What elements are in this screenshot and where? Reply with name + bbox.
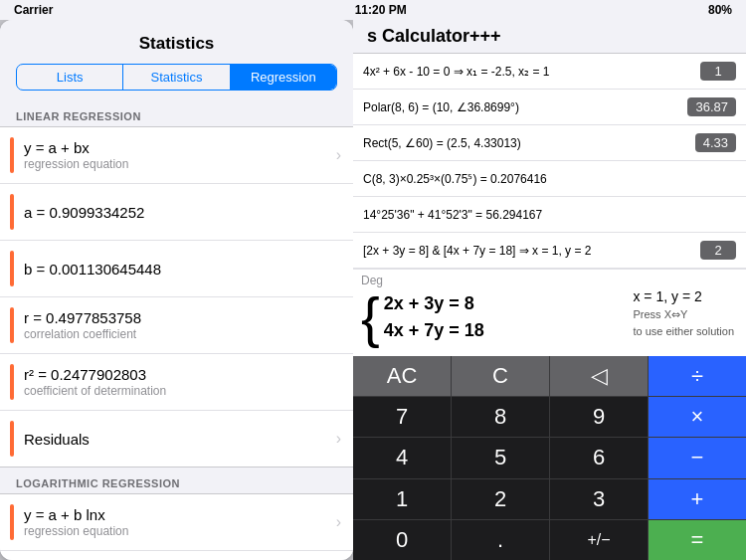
result-badge-1: 1 [700,62,736,81]
key-plusminus[interactable]: +/− [550,520,648,560]
system-eq2: 4x + 7y = 18 [384,320,484,341]
key-divide[interactable]: ÷ [649,356,746,396]
list-item-lr-b: b = 0.001130645448 [0,241,353,297]
key-3[interactable]: 3 [550,479,648,519]
lr-b-main: b = 0.001130645448 [24,261,341,278]
app-header: s Calculator+++ [353,20,746,54]
key-equals[interactable]: = [649,520,746,560]
section-label-linear: LINEAR REGRESSION [0,100,353,126]
result-row-2[interactable]: Polar(8, 6) = (10, ∠36.8699°) 36.87 [353,90,746,125]
system-display: Deg { 2x + 3y = 8 4x + 7y = 18 x = 1, y … [353,269,746,356]
key-0[interactable]: 0 [353,520,451,560]
orange-bar [10,194,14,230]
lr-equation-sub: regression equation [24,157,328,171]
key-dot[interactable]: . [452,520,549,560]
item-text: y = a + b lnx regression equation [24,506,328,538]
system-solution: x = 1, y = 2 [633,288,701,304]
brace-icon: { [361,289,380,345]
list-item-log-a: a = 0.3060390899 [0,551,353,560]
orange-bar [10,364,14,400]
lr-r2-sub: coefficient of determination [24,384,341,398]
calculator-panel: s Calculator+++ 4x² + 6x - 10 = 0 ⇒ x₁ =… [353,20,746,560]
result-expr-2: Polar(8, 6) = (10, ∠36.8699°) [363,100,687,114]
key-multiply[interactable]: × [649,397,746,437]
key-2[interactable]: 2 [452,479,549,519]
lr-r2-main: r² = 0.2477902803 [24,366,341,383]
system-eq1: 2x + 3y = 8 [384,293,484,314]
key-6[interactable]: 6 [550,438,648,477]
result-expr-6: [2x + 3y = 8] & [4x + 7y = 18] ⇒ x = 1, … [363,244,700,258]
result-row-6[interactable]: [2x + 3y = 8] & [4x + 7y = 18] ⇒ x = 1, … [353,233,746,269]
list-item-lr-a: a = 0.9099334252 [0,184,353,241]
result-row-4[interactable]: C(8, 3)×0.25³×(0.75⁵) = 0.2076416 [353,161,746,197]
chevron-icon: › [336,513,341,531]
deg-label: Deg [361,274,383,287]
linear-regression-group: y = a + bx regression equation › a = 0.9… [0,126,353,467]
chevron-icon: › [336,146,341,164]
item-text: Residuals [24,431,328,448]
key-backspace[interactable]: ◁ [550,356,648,396]
lr-equation-main: y = a + bx [24,139,328,156]
key-1[interactable]: 1 [353,479,451,519]
list-item-residuals[interactable]: Residuals › [0,411,353,467]
key-c[interactable]: C [452,356,549,396]
result-expr-3: Rect(5, ∠60) = (2.5, 4.33013) [363,136,695,150]
tab-statistics[interactable]: Statistics [123,65,230,90]
status-carrier: Carrier [14,3,53,17]
item-text: a = 0.9099334252 [24,204,341,221]
result-badge-3: 4.33 [695,133,736,152]
result-badge-6: 2 [700,241,736,260]
result-row-3[interactable]: Rect(5, ∠60) = (2.5, 4.33013) 4.33 [353,125,746,161]
lr-a-main: a = 0.9099334252 [24,204,341,221]
orange-bar [10,307,14,343]
tab-regression[interactable]: Regression [231,65,336,90]
item-text: b = 0.001130645448 [24,261,341,278]
key-7[interactable]: 7 [353,397,451,437]
system-hint: Press X⇔Y [633,308,687,321]
section-label-logarithmic: LOGARITHMIC REGRESSION [0,467,353,493]
key-5[interactable]: 5 [452,438,549,477]
key-4[interactable]: 4 [353,438,451,477]
orange-bar [10,251,14,286]
key-9[interactable]: 9 [550,397,648,437]
key-plus[interactable]: + [649,479,746,519]
orange-bar [10,137,14,173]
result-row-5[interactable]: 14°25'36" + 41°52'3" = 56.294167 [353,197,746,233]
tab-lists[interactable]: Lists [17,65,123,90]
list-item-lr-r2: r² = 0.2477902803 coefficient of determi… [0,354,353,411]
list-item-lr-equation[interactable]: y = a + bx regression equation › [0,127,353,184]
result-row-1[interactable]: 4x² + 6x - 10 = 0 ⇒ x₁ = -2.5, x₂ = 1 1 [353,54,746,90]
key-minus[interactable]: − [649,438,746,477]
chevron-icon: › [336,430,341,448]
statistics-panel: Statistics Lists Statistics Regression L… [0,20,353,560]
result-expr-1: 4x² + 6x - 10 = 0 ⇒ x₁ = -2.5, x₂ = 1 [363,65,700,79]
system-hint-sub: to use either solution [633,325,734,337]
panel-title: Statistics [16,34,337,54]
orange-bar [10,421,14,457]
key-8[interactable]: 8 [452,397,549,437]
result-expr-4: C(8, 3)×0.25³×(0.75⁵) = 0.2076416 [363,172,736,186]
lr-r-sub: correlation coefficient [24,327,341,341]
log-equation-main: y = a + b lnx [24,506,328,523]
keypad: AC C ◁ ÷ 7 8 9 × 4 5 6 − 1 2 3 + 0 . +/−… [353,356,746,560]
status-time: 11:20 PM [355,3,407,17]
list-item-lr-r: r = 0.4977853758 correlation coefficient [0,297,353,354]
panel-content: LINEAR REGRESSION y = a + bx regression … [0,100,353,560]
results-area: 4x² + 6x - 10 = 0 ⇒ x₁ = -2.5, x₂ = 1 1 … [353,54,746,269]
orange-bar [10,504,14,540]
item-text: r² = 0.2477902803 coefficient of determi… [24,366,341,398]
lr-r-main: r = 0.4977853758 [24,309,341,326]
item-text: y = a + bx regression equation [24,139,328,171]
panel-header: Statistics Lists Statistics Regression [0,20,353,100]
tab-bar: Lists Statistics Regression [16,64,337,91]
result-expr-5: 14°25'36" + 41°52'3" = 56.294167 [363,208,736,222]
log-equation-sub: regression equation [24,524,328,538]
list-item-log-equation[interactable]: y = a + b lnx regression equation › [0,494,353,551]
result-badge-2: 36.87 [687,97,736,116]
item-text: r = 0.4977853758 correlation coefficient [24,309,341,341]
status-battery: 80% [708,3,732,17]
key-ac[interactable]: AC [353,356,451,396]
residuals-main: Residuals [24,431,328,448]
logarithmic-regression-group: y = a + b lnx regression equation › a = … [0,493,353,560]
